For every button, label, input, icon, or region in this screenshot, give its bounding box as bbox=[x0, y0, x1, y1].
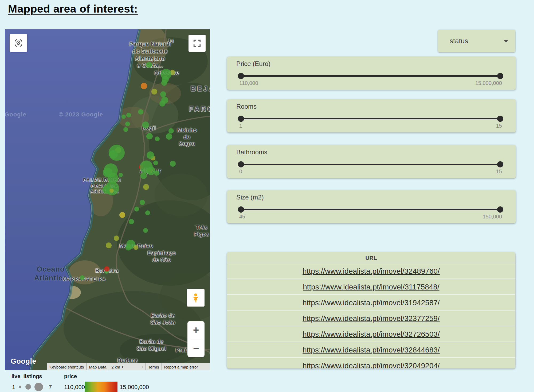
map-label: Oceano Atlântico bbox=[34, 265, 68, 283]
slider-handle-max[interactable] bbox=[497, 161, 503, 167]
slider-handle-max[interactable] bbox=[497, 73, 503, 79]
listing-url-link[interactable]: https://www.idealista.pt/imovel/32726503… bbox=[303, 330, 440, 338]
region-pin-icon bbox=[13, 38, 23, 48]
slider-track[interactable] bbox=[239, 164, 502, 165]
region-select-button[interactable] bbox=[10, 34, 27, 52]
listing-marker[interactable] bbox=[104, 266, 109, 272]
listing-marker[interactable] bbox=[146, 133, 153, 139]
listing-marker[interactable] bbox=[155, 136, 160, 141]
page-title: Mapped area of interest: bbox=[8, 3, 138, 15]
zoom-out-button[interactable]: − bbox=[187, 339, 205, 357]
listing-marker[interactable] bbox=[142, 121, 149, 128]
listing-marker[interactable] bbox=[147, 151, 154, 159]
listing-marker[interactable] bbox=[134, 245, 138, 250]
filter-card-bathrooms: Bathrooms015 bbox=[227, 145, 516, 178]
zoom-in-button[interactable]: + bbox=[187, 321, 205, 339]
slider-handle-max[interactable] bbox=[497, 206, 503, 213]
listing-marker[interactable] bbox=[119, 212, 125, 218]
legend-size-dot-medium bbox=[25, 384, 31, 390]
map-label: Espinhaço de Cão bbox=[147, 249, 176, 263]
listing-marker[interactable] bbox=[143, 184, 149, 190]
legend-color-gradient bbox=[85, 382, 117, 392]
listing-marker[interactable] bbox=[119, 173, 123, 177]
listing-marker[interactable] bbox=[109, 150, 118, 159]
table-row: https://www.idealista.pt/imovel/32049204… bbox=[227, 357, 515, 369]
listing-marker[interactable] bbox=[125, 121, 130, 126]
listing-marker[interactable] bbox=[170, 161, 176, 167]
map-footer-item[interactable]: Terms bbox=[148, 365, 159, 369]
filter-title: Rooms bbox=[236, 103, 257, 110]
listing-marker[interactable] bbox=[129, 219, 134, 224]
legend-color-title: price bbox=[64, 373, 77, 379]
table-row: https://www.idealista.pt/imovel/32489760… bbox=[227, 263, 515, 279]
slider-min-value: 1 bbox=[239, 123, 242, 129]
pegman-button[interactable] bbox=[187, 289, 205, 307]
map-footer-item[interactable]: Map Data bbox=[89, 365, 106, 369]
listing-marker[interactable] bbox=[153, 160, 158, 165]
filter-title: Bathrooms bbox=[236, 148, 267, 156]
listing-marker[interactable] bbox=[141, 83, 147, 89]
filter-card-size-m2-: Size (m2)45150,000 bbox=[227, 190, 516, 223]
listing-url-link[interactable]: https://www.idealista.pt/imovel/32489760… bbox=[303, 267, 440, 275]
status-dropdown-label: status bbox=[438, 37, 468, 45]
listing-marker[interactable] bbox=[121, 115, 126, 119]
listing-marker[interactable] bbox=[125, 245, 131, 250]
url-table-header: URL bbox=[227, 252, 515, 263]
listing-marker[interactable] bbox=[140, 200, 145, 205]
listing-marker[interactable] bbox=[143, 228, 148, 233]
listing-marker[interactable] bbox=[151, 89, 157, 95]
listing-url-link[interactable]: https://www.idealista.pt/imovel/31942587… bbox=[303, 299, 440, 307]
table-row: https://www.idealista.pt/imovel/31175848… bbox=[227, 279, 515, 294]
slider-handle-max[interactable] bbox=[497, 116, 503, 122]
map-label: Moinho do Sogro bbox=[175, 127, 198, 147]
slider-handle-min[interactable] bbox=[238, 161, 244, 167]
map-label: BEJA bbox=[191, 84, 210, 93]
filter-title: Size (m2) bbox=[236, 194, 264, 201]
slider-max-value: 150,000 bbox=[483, 214, 502, 220]
legend-size-min: 1 bbox=[12, 384, 15, 391]
listing-url-link[interactable]: https://www.idealista.pt/imovel/32844683… bbox=[303, 346, 440, 354]
listing-marker[interactable] bbox=[154, 170, 159, 176]
listing-marker[interactable] bbox=[80, 275, 85, 280]
listing-url-link[interactable]: https://www.idealista.pt/imovel/32377259… bbox=[303, 314, 440, 323]
legend-color-max: 15,000,000 bbox=[120, 384, 149, 391]
map-footer-item[interactable]: Keyboard shortcuts bbox=[49, 365, 84, 369]
slider-track[interactable] bbox=[239, 75, 502, 77]
fullscreen-icon bbox=[193, 39, 202, 48]
listing-marker[interactable] bbox=[138, 109, 143, 115]
slider-handle-min[interactable] bbox=[238, 206, 244, 213]
listing-marker[interactable] bbox=[161, 80, 167, 86]
fullscreen-button[interactable] bbox=[189, 35, 206, 52]
slider-track[interactable] bbox=[239, 209, 502, 210]
satellite-map[interactable]: Parque Natural do Sudoeste Alentejano e … bbox=[5, 29, 210, 370]
listing-marker[interactable] bbox=[140, 173, 147, 179]
slider-handle-min[interactable] bbox=[238, 73, 244, 79]
table-row: https://www.idealista.pt/imovel/32726503… bbox=[227, 326, 515, 342]
listing-marker[interactable] bbox=[160, 91, 166, 97]
status-dropdown[interactable]: status bbox=[438, 30, 515, 52]
listing-marker[interactable] bbox=[126, 113, 131, 117]
map-footer: Keyboard shortcutsMap Data2 kmTermsRepor… bbox=[47, 363, 210, 370]
google-logo[interactable]: Google bbox=[11, 357, 36, 366]
slider-min-value: 110,000 bbox=[239, 80, 258, 86]
listing-marker[interactable] bbox=[168, 128, 174, 134]
listing-url-link[interactable]: https://www.idealista.pt/imovel/31175848… bbox=[303, 283, 439, 291]
listing-marker[interactable] bbox=[114, 236, 119, 241]
url-table: URL https://www.idealista.pt/imovel/3248… bbox=[227, 252, 515, 369]
map-label: Budens bbox=[117, 357, 138, 364]
listing-marker[interactable] bbox=[145, 210, 150, 215]
listing-marker[interactable] bbox=[166, 133, 172, 140]
listing-url-link[interactable]: https://www.idealista.pt/imovel/32049204… bbox=[303, 362, 440, 369]
slider-handle-min[interactable] bbox=[238, 116, 244, 122]
listing-marker[interactable] bbox=[159, 101, 165, 107]
map-footer-item[interactable]: 2 km bbox=[111, 365, 120, 369]
listing-marker[interactable] bbox=[134, 207, 139, 211]
map-footer-item[interactable]: Report a map error bbox=[164, 365, 198, 369]
listing-marker[interactable] bbox=[106, 242, 112, 248]
listing-marker[interactable] bbox=[123, 127, 128, 132]
listing-marker[interactable] bbox=[146, 62, 152, 68]
filter-card-price-euro-: Price (Euro)110,00015,000,000 bbox=[227, 57, 516, 90]
slider-track[interactable] bbox=[239, 118, 502, 119]
legend-size-dot-small bbox=[19, 386, 21, 388]
listing-marker[interactable] bbox=[109, 189, 114, 193]
